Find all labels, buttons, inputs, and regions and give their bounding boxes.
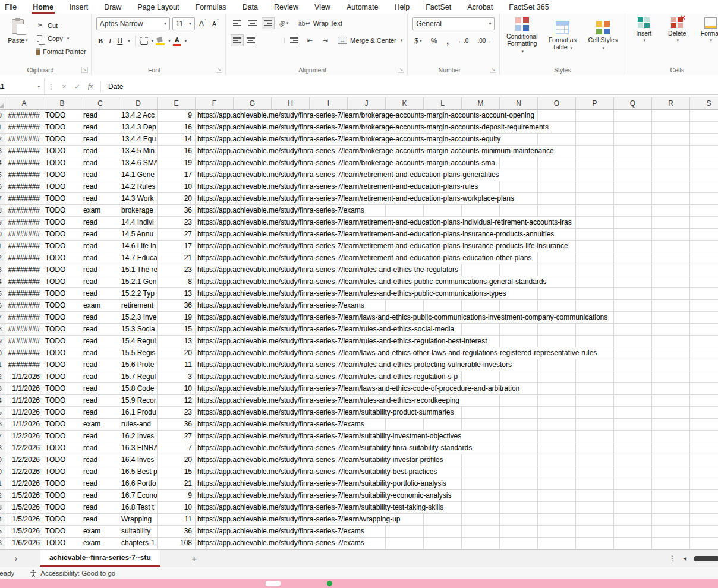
row-header[interactable]: 56 xyxy=(0,181,5,192)
cell-topic[interactable]: 16.3 FINRA xyxy=(119,442,158,454)
menu-tab-factset[interactable]: FactSet xyxy=(426,3,451,11)
cell-questions[interactable]: 27 xyxy=(158,229,196,240)
delete-button[interactable]: Delete ▾ xyxy=(663,17,691,43)
cell-status[interactable]: TODO xyxy=(43,514,81,525)
cell-topic[interactable]: brokerage xyxy=(119,205,158,216)
menu-tab-view[interactable]: View xyxy=(314,3,330,11)
menu-tab-page-layout[interactable]: Page Layout xyxy=(137,3,179,11)
bold-button[interactable]: B xyxy=(96,37,105,46)
cell-type[interactable]: read xyxy=(81,110,119,121)
cell-url[interactable]: https://app.achievable.me/study/finra-se… xyxy=(196,514,718,525)
cell-topic[interactable]: 15.5 Regis xyxy=(119,347,158,359)
cell-url[interactable]: https://app.achievable.me/study/finra-se… xyxy=(196,276,718,287)
cell-date[interactable]: ######## xyxy=(5,312,43,323)
column-header-a[interactable]: A xyxy=(5,97,43,109)
cell-topic[interactable]: 15.6 Prote xyxy=(119,359,158,371)
cell-date[interactable]: ######## xyxy=(5,276,43,287)
accessibility-status[interactable]: Accessibility: Good to go xyxy=(30,570,115,577)
menu-tab-home[interactable]: Home xyxy=(33,3,53,11)
cell-status[interactable]: TODO xyxy=(43,466,81,478)
cell-status[interactable]: TODO xyxy=(43,431,81,442)
clipboard-dialog-launcher-icon[interactable]: ↘ xyxy=(81,67,88,73)
cell-url[interactable]: https://app.achievable.me/study/finra-se… xyxy=(196,419,718,430)
cell-date[interactable]: 1/1/2026 xyxy=(5,419,43,430)
row-header[interactable]: 54 xyxy=(0,157,5,169)
chevron-down-icon[interactable]: ▾ xyxy=(128,39,130,43)
cell-questions[interactable]: 20 xyxy=(158,193,196,204)
row-header[interactable]: 67 xyxy=(0,312,5,323)
cell-status[interactable]: TODO xyxy=(43,454,81,466)
cell-type[interactable]: read xyxy=(81,169,119,181)
cell-topic[interactable]: 15.2.3 Inve xyxy=(119,312,158,323)
cell-status[interactable]: TODO xyxy=(43,288,81,299)
cell-url[interactable]: https://app.achievable.me/study/finra-se… xyxy=(196,466,718,478)
cell-url[interactable]: https://app.achievable.me/study/finra-se… xyxy=(196,134,718,145)
format-as-table-button[interactable]: Format as Table ▾ xyxy=(545,21,580,52)
cell-topic[interactable]: 13.4.5 Min xyxy=(119,146,158,157)
row-header[interactable]: 53 xyxy=(0,146,5,157)
cell-date[interactable]: ######## xyxy=(5,288,43,299)
cell-date[interactable]: 1/2/2026 xyxy=(5,454,43,466)
cell-type[interactable]: read xyxy=(81,502,119,513)
cell-type[interactable]: read xyxy=(81,134,119,145)
row-header[interactable]: 69 xyxy=(0,336,5,347)
row-header[interactable]: 50 xyxy=(0,110,5,121)
cell-url[interactable]: https://app.achievable.me/study/finra-se… xyxy=(196,312,718,323)
cell-url[interactable]: https://app.achievable.me/study/finra-se… xyxy=(196,169,718,181)
cell-date[interactable]: ######## xyxy=(5,157,43,169)
accounting-format-button[interactable]: $ ▾ xyxy=(412,37,423,45)
cell-type[interactable]: read xyxy=(81,229,119,240)
column-header-l[interactable]: L xyxy=(424,97,462,109)
cell-questions[interactable]: 23 xyxy=(158,407,196,418)
cell-questions[interactable]: 23 xyxy=(158,217,196,228)
row-header[interactable]: 55 xyxy=(0,169,5,181)
paste-button[interactable]: Paste ▾ xyxy=(3,17,33,44)
cell-questions[interactable]: 108 xyxy=(158,538,196,549)
cell-status[interactable]: TODO xyxy=(43,229,81,240)
cell-questions[interactable]: 36 xyxy=(158,526,196,537)
cell-type[interactable]: read xyxy=(81,395,119,406)
cell-status[interactable]: TODO xyxy=(43,419,81,430)
column-header-c[interactable]: C xyxy=(81,97,119,109)
row-header[interactable]: 84 xyxy=(0,514,5,525)
cell-url[interactable]: https://app.achievable.me/study/finra-se… xyxy=(196,193,718,204)
cell-date[interactable]: 1/2/2026 xyxy=(5,466,43,478)
alignment-dialog-launcher-icon[interactable]: ↘ xyxy=(398,67,404,73)
cell-type[interactable]: read xyxy=(81,157,119,169)
cut-button[interactable]: ✂ Cut xyxy=(36,20,86,30)
fill-color-icon[interactable] xyxy=(156,37,165,45)
cell-topic[interactable]: 15.2.1 Gen xyxy=(119,276,158,287)
cell-url[interactable]: https://app.achievable.me/study/finra-se… xyxy=(196,252,718,264)
merge-center-button[interactable]: ↔ Merge & Center ▾ xyxy=(338,36,402,46)
cell-type[interactable]: read xyxy=(81,514,119,525)
cell-questions[interactable]: 13 xyxy=(158,336,196,347)
cell-questions[interactable]: 12 xyxy=(158,395,196,406)
row-header[interactable]: 70 xyxy=(0,347,5,359)
menu-tab-data[interactable]: Data xyxy=(243,3,258,11)
cell-status[interactable]: TODO xyxy=(43,538,81,549)
cell-date[interactable]: 1/1/2026 xyxy=(5,383,43,394)
cell-status[interactable]: TODO xyxy=(43,442,81,454)
cell-url[interactable]: https://app.achievable.me/study/finra-se… xyxy=(196,122,718,133)
cell-type[interactable]: exam xyxy=(81,419,119,430)
cell-type[interactable]: read xyxy=(81,146,119,157)
cell-topic[interactable]: 15.9 Recor xyxy=(119,395,158,406)
column-header-n[interactable]: N xyxy=(500,97,538,109)
cell-url[interactable]: https://app.achievable.me/study/finra-se… xyxy=(196,241,718,252)
cell-status[interactable]: TODO xyxy=(43,146,81,157)
menu-tab-acrobat[interactable]: Acrobat xyxy=(467,3,493,11)
comma-style-button[interactable]: , xyxy=(445,36,451,46)
cell-url[interactable]: https://app.achievable.me/study/finra-se… xyxy=(196,324,718,335)
cell-url[interactable]: https://app.achievable.me/study/finra-se… xyxy=(196,181,718,192)
cell-questions[interactable]: 11 xyxy=(158,514,196,525)
increase-decimal-button[interactable]: ←.0 xyxy=(456,37,470,44)
cell-date[interactable]: ######## xyxy=(5,110,43,121)
cell-status[interactable]: TODO xyxy=(43,181,81,192)
cell-date[interactable]: ######## xyxy=(5,241,43,252)
cell-questions[interactable]: 19 xyxy=(158,312,196,323)
cell-topic[interactable]: 15.3 Socia xyxy=(119,324,158,335)
cell-topic[interactable]: 14.2 Rules xyxy=(119,181,158,192)
cell-date[interactable]: 1/6/2026 xyxy=(5,538,43,549)
align-top-button[interactable] xyxy=(231,17,244,29)
align-center-button[interactable] xyxy=(246,34,285,46)
